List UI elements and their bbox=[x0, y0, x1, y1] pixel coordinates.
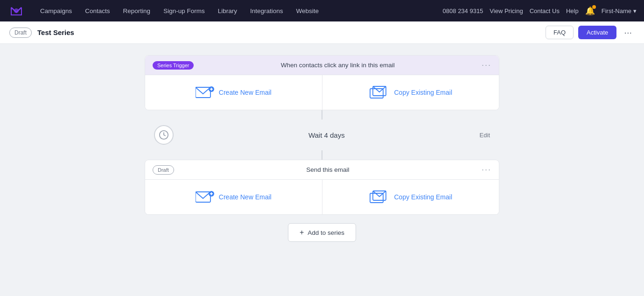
nav-library[interactable]: Library bbox=[211, 0, 244, 21]
main-content: Series Trigger When contacts click any l… bbox=[0, 44, 644, 253]
notifications-bell[interactable]: 🔔 bbox=[585, 6, 595, 16]
copy-email-label: Copy Existing Email bbox=[394, 89, 453, 96]
trigger-header: Series Trigger When contacts click any l… bbox=[145, 56, 499, 75]
connector-2 bbox=[322, 150, 322, 160]
view-pricing-link[interactable]: View Pricing bbox=[490, 7, 523, 14]
trigger-email-options: Create New Email Copy Existing Email bbox=[145, 75, 499, 110]
series-title: Test Series bbox=[37, 28, 74, 36]
nav-signup-forms[interactable]: Sign-up Forms bbox=[157, 0, 211, 21]
send-description: Send this email bbox=[179, 166, 477, 173]
plus-icon: + bbox=[300, 228, 304, 237]
clock-icon bbox=[159, 130, 169, 140]
trigger-create-email-button[interactable]: Create New Email bbox=[145, 75, 322, 110]
chevron-down-icon: ▾ bbox=[633, 7, 637, 14]
send-create-email-label: Create New Email bbox=[219, 193, 272, 201]
user-menu[interactable]: First-Name ▾ bbox=[602, 7, 637, 14]
copy-email-icon bbox=[369, 85, 390, 99]
send-card: Draft Send this email ··· Create New Ema… bbox=[145, 160, 499, 215]
wait-duration-text: Wait 4 days bbox=[181, 131, 472, 139]
send-copy-email-label: Copy Existing Email bbox=[394, 193, 453, 201]
trigger-more-button[interactable]: ··· bbox=[482, 60, 491, 70]
create-email-icon bbox=[196, 85, 214, 99]
create-email-label: Create New Email bbox=[219, 89, 272, 96]
wait-card: Wait 4 days Edit bbox=[145, 120, 499, 150]
user-name: First-Name bbox=[602, 7, 631, 14]
faq-button[interactable]: FAQ bbox=[546, 26, 574, 39]
send-header: Draft Send this email ··· bbox=[145, 160, 499, 179]
navbar: Campaigns Contacts Reporting Sign-up For… bbox=[0, 0, 644, 21]
contact-us-link[interactable]: Contact Us bbox=[530, 7, 560, 14]
nav-integrations[interactable]: Integrations bbox=[244, 0, 290, 21]
subheader-actions: FAQ Activate ··· bbox=[546, 25, 635, 40]
notification-dot bbox=[592, 5, 596, 9]
send-create-email-icon bbox=[196, 190, 214, 204]
add-series-container: + Add to series bbox=[288, 223, 356, 242]
phone-number: 0808 234 9315 bbox=[443, 7, 483, 14]
add-to-series-button[interactable]: + Add to series bbox=[288, 223, 356, 242]
nav-right: 0808 234 9315 View Pricing Contact Us He… bbox=[443, 6, 637, 16]
wait-icon-circle bbox=[154, 125, 174, 145]
nav-links: Campaigns Contacts Reporting Sign-up For… bbox=[34, 0, 443, 21]
nav-contacts[interactable]: Contacts bbox=[78, 0, 116, 21]
svg-point-1 bbox=[14, 8, 19, 13]
send-copy-email-button[interactable]: Copy Existing Email bbox=[322, 180, 499, 214]
trigger-copy-email-button[interactable]: Copy Existing Email bbox=[322, 75, 499, 110]
send-draft-badge: Draft bbox=[153, 165, 174, 175]
send-more-button[interactable]: ··· bbox=[482, 165, 491, 175]
subheader-more-button[interactable]: ··· bbox=[621, 25, 635, 40]
nav-reporting[interactable]: Reporting bbox=[117, 0, 157, 21]
help-link[interactable]: Help bbox=[566, 7, 579, 14]
trigger-description: When contacts click any link in this ema… bbox=[198, 62, 477, 69]
send-copy-email-icon bbox=[369, 190, 390, 204]
send-create-email-button[interactable]: Create New Email bbox=[145, 180, 322, 214]
wait-edit-button[interactable]: Edit bbox=[480, 132, 490, 139]
trigger-card: Series Trigger When contacts click any l… bbox=[145, 55, 499, 110]
activate-button[interactable]: Activate bbox=[578, 26, 616, 39]
nav-campaigns[interactable]: Campaigns bbox=[34, 0, 78, 21]
subheader: Draft Test Series FAQ Activate ··· bbox=[0, 21, 644, 44]
logo[interactable] bbox=[7, 2, 25, 20]
send-email-options: Create New Email Copy Existing Email bbox=[145, 179, 499, 214]
series-trigger-badge: Series Trigger bbox=[153, 61, 194, 70]
nav-website[interactable]: Website bbox=[289, 0, 325, 21]
add-series-label: Add to series bbox=[308, 229, 344, 236]
connector-1 bbox=[322, 110, 322, 120]
draft-badge: Draft bbox=[9, 28, 32, 38]
